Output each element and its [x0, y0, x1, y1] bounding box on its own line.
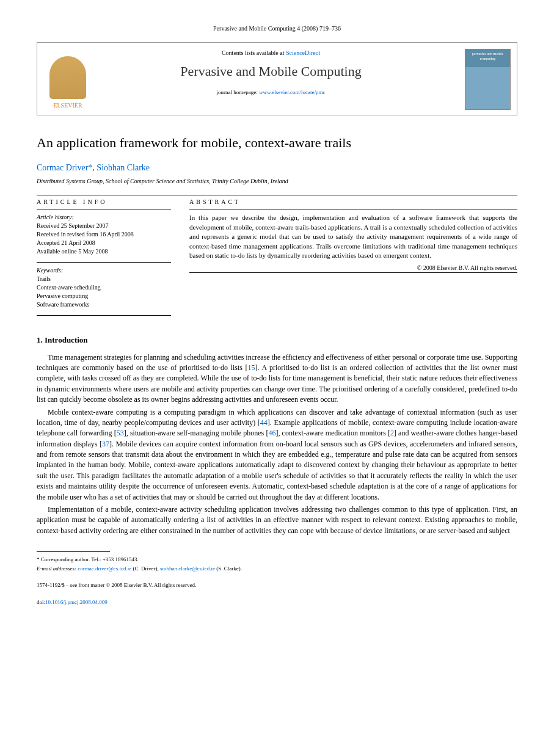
divider: [37, 195, 517, 195]
text-run: ], context-aware medication monitors [: [275, 429, 390, 437]
front-matter-line: 1574-1192/$ – see front matter © 2008 El…: [37, 581, 517, 589]
text-run: ], situation-aware self-managing mobile …: [124, 429, 269, 437]
keyword: Trails: [37, 275, 171, 283]
keyword: Software frameworks: [37, 300, 171, 309]
elsevier-logo: ELSEVIER: [43, 49, 92, 110]
citation-link[interactable]: 53: [117, 429, 124, 437]
article-history-block: Article history: Received 25 September 2…: [37, 213, 171, 256]
cover-text: pervasive and mobile computing: [472, 52, 503, 60]
history-line: Accepted 21 April 2008: [37, 239, 171, 247]
corresponding-author-note: * Corresponding author. Tel.: +353 18961…: [37, 556, 517, 564]
text-run: (C. Driver),: [131, 565, 160, 572]
abstract-label: ABSTRACT: [189, 198, 517, 206]
history-label: Article history:: [37, 213, 171, 222]
email-label: E-mail addresses:: [37, 565, 76, 572]
citation-link[interactable]: 15: [248, 363, 255, 372]
keyword: Context-aware scheduling: [37, 283, 171, 292]
citation-link[interactable]: 44: [260, 418, 268, 427]
article-info-column: ARTICLE INFO Article history: Received 2…: [37, 198, 171, 319]
abstract-text: In this paper we describe the design, im…: [189, 213, 517, 260]
journal-cover-thumbnail: pervasive and mobile computing: [465, 49, 511, 110]
sciencedirect-link[interactable]: ScienceDirect: [286, 49, 320, 56]
body-paragraph: Time management strategies for planning …: [37, 352, 517, 405]
footnote-divider: [37, 551, 110, 552]
doi-line: doi:10.1016/j.pmcj.2008.04.009: [37, 598, 517, 606]
history-line: Received in revised form 16 April 2008: [37, 230, 171, 239]
journal-banner-box: ELSEVIER pervasive and mobile computing …: [37, 42, 517, 115]
authors[interactable]: Cormac Driver*, Siobhan Clarke: [37, 162, 517, 174]
text-run: (S. Clarke).: [215, 565, 242, 572]
homepage-prefix: journal homepage:: [217, 89, 259, 95]
affiliation: Distributed Systems Group, School of Com…: [37, 177, 517, 186]
running-header: Pervasive and Mobile Computing 4 (2008) …: [37, 24, 517, 33]
doi-label: doi:: [37, 599, 45, 605]
body-paragraph: Implementation of a mobile, context-awar…: [37, 504, 517, 536]
homepage-line: journal homepage: www.elsevier.com/locat…: [98, 89, 443, 96]
author-email-link[interactable]: siobhan.clarke@cs.tcd.ie: [160, 565, 215, 572]
contents-prefix: Contents lists available at: [222, 49, 286, 56]
keyword: Pervasive computing: [37, 292, 171, 300]
citation-link[interactable]: 37: [102, 440, 109, 448]
text-run: ]. Mobile devices can acquire context in…: [37, 440, 517, 501]
article-info-label: ARTICLE INFO: [37, 198, 171, 206]
journal-homepage-link[interactable]: www.elsevier.com/locate/pmc: [259, 89, 325, 95]
keywords-label: Keywords:: [37, 266, 171, 275]
citation-link[interactable]: 46: [268, 429, 275, 437]
elsevier-tree-icon: [49, 56, 86, 99]
doi-link[interactable]: 10.1016/j.pmcj.2008.04.009: [45, 599, 108, 605]
author-email-link[interactable]: cormac.driver@cs.tcd.ie: [78, 565, 131, 572]
history-line: Received 25 September 2007: [37, 222, 171, 230]
abstract-copyright: © 2008 Elsevier B.V. All rights reserved…: [189, 264, 517, 272]
history-line: Available online 5 May 2008: [37, 247, 171, 256]
contents-line: Contents lists available at ScienceDirec…: [98, 49, 443, 57]
email-footnote: E-mail addresses: cormac.driver@cs.tcd.i…: [37, 565, 517, 573]
elsevier-label: ELSEVIER: [53, 101, 82, 110]
article-title: An application framework for mobile, con…: [37, 134, 517, 153]
body-paragraph: Mobile context-aware computing is a comp…: [37, 407, 517, 503]
keywords-block: Keywords: Trails Context-aware schedulin…: [37, 266, 171, 309]
abstract-column: ABSTRACT In this paper we describe the d…: [189, 198, 517, 319]
journal-name: Pervasive and Mobile Computing: [98, 62, 443, 81]
section-heading-intro: 1. Introduction: [37, 335, 517, 346]
